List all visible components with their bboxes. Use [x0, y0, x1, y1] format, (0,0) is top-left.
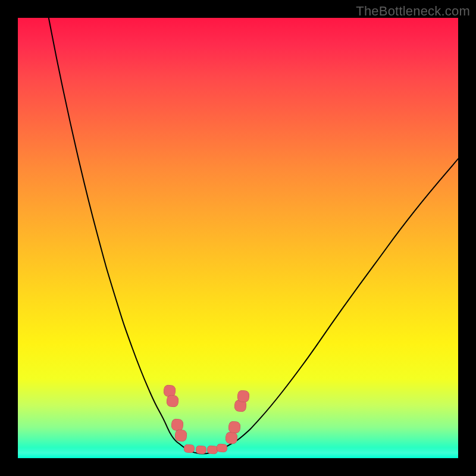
chart-frame: [18, 18, 458, 458]
data-marker: [166, 394, 178, 407]
data-marker: [174, 430, 187, 442]
right-curve: [220, 159, 458, 449]
data-marker: [225, 431, 237, 444]
data-marker: [183, 444, 195, 453]
data-marker: [237, 390, 249, 402]
data-marker: [217, 443, 228, 452]
data-marker: [228, 421, 240, 434]
data-marker: [195, 445, 206, 454]
attribution-text: TheBottleneck.com: [356, 4, 470, 19]
